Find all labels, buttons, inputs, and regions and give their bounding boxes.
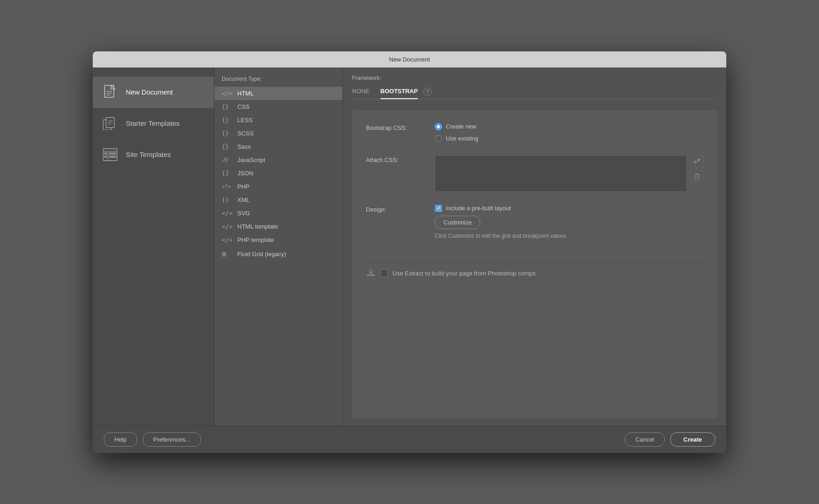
framework-tabs: NONE BOOTSTRAP ? bbox=[352, 85, 717, 99]
doctype-label-html-template: HTML template bbox=[237, 223, 278, 230]
doctype-item-css[interactable]: {} CSS bbox=[214, 100, 342, 113]
radio-create-new[interactable]: Create new bbox=[435, 123, 703, 130]
dialog-title: New Document bbox=[389, 56, 430, 63]
bootstrap-css-options: Create new Use existing bbox=[435, 123, 703, 142]
sidebar-label-starter-templates: Starter Templates bbox=[126, 119, 180, 127]
attach-css-link-button[interactable] bbox=[690, 155, 703, 168]
svg-icon: </> bbox=[222, 210, 233, 217]
content-panel: Framework: NONE BOOTSTRAP ? Bootstrap CS… bbox=[343, 67, 726, 426]
footer-left: Help Preferences... bbox=[104, 432, 201, 447]
radio-use-existing-label: Use existing bbox=[446, 135, 478, 142]
php-icon: <?> bbox=[222, 184, 233, 190]
design-row: Design: Include a pre-built layout Custo… bbox=[366, 205, 703, 239]
customize-button[interactable]: Customize bbox=[435, 216, 480, 229]
tab-bootstrap[interactable]: BOOTSTRAP bbox=[381, 85, 418, 99]
doctype-label-php: PHP bbox=[237, 183, 250, 190]
bootstrap-css-label: Bootstrap CSS: bbox=[366, 123, 426, 131]
php-template-icon: </> bbox=[222, 236, 233, 243]
new-document-icon bbox=[102, 84, 118, 101]
doctype-item-less[interactable]: {} LESS bbox=[214, 113, 342, 127]
fluid-grid-icon: ⊞ bbox=[222, 250, 233, 258]
doctype-item-php-template[interactable]: </> PHP template bbox=[214, 233, 342, 246]
radio-use-existing[interactable]: Use existing bbox=[435, 135, 703, 142]
site-templates-icon bbox=[102, 146, 118, 163]
extract-icon bbox=[366, 267, 376, 280]
svg-rect-14 bbox=[104, 156, 107, 158]
svg-rect-23 bbox=[367, 274, 375, 276]
javascript-icon: JS bbox=[222, 157, 233, 163]
sidebar-item-starter-templates[interactable]: Starter Templates bbox=[93, 108, 214, 139]
doctype-label-css: CSS bbox=[237, 103, 250, 110]
dialog-body: New Document Starter Templates bbox=[93, 67, 726, 426]
design-label: Design: bbox=[366, 205, 426, 213]
sidebar: New Document Starter Templates bbox=[93, 67, 214, 426]
extract-row: Use Extract to build your page from Phot… bbox=[366, 258, 703, 280]
bootstrap-css-row: Bootstrap CSS: Create new Use existing bbox=[366, 123, 703, 142]
doctype-label-javascript: JavaScript bbox=[237, 157, 265, 163]
sidebar-label-site-templates: Site Templates bbox=[126, 151, 171, 158]
doctype-item-xml[interactable]: [] XML bbox=[214, 193, 342, 207]
content-area: Bootstrap CSS: Create new Use existing bbox=[352, 110, 717, 418]
scss-icon: {} bbox=[222, 130, 233, 137]
include-layout-checkmark bbox=[435, 205, 442, 212]
attach-css-row: Attach CSS: bbox=[366, 155, 703, 192]
doctype-item-javascript[interactable]: JS JavaScript bbox=[214, 153, 342, 167]
doctype-label-svg: SVG bbox=[237, 210, 250, 217]
radio-use-existing-circle bbox=[435, 135, 442, 142]
preferences-button[interactable]: Preferences... bbox=[143, 432, 201, 447]
help-button[interactable]: Help bbox=[104, 432, 137, 447]
doctype-panel: Document Type: </> HTML {} CSS {} LESS {… bbox=[214, 67, 343, 426]
xml-icon: [] bbox=[222, 196, 233, 203]
customize-hint: Click Customize to edit the grid and bre… bbox=[435, 233, 703, 239]
doctype-item-json[interactable]: [] JSON bbox=[214, 167, 342, 180]
json-icon: [] bbox=[222, 170, 233, 177]
svg-rect-12 bbox=[104, 152, 107, 155]
extract-label: Use Extract to build your page from Phot… bbox=[393, 270, 535, 277]
doctype-item-scss[interactable]: {} SCSS bbox=[214, 127, 342, 140]
create-button[interactable]: Create bbox=[670, 432, 715, 447]
cancel-button[interactable]: Cancel bbox=[625, 432, 664, 447]
attach-css-buttons bbox=[690, 155, 703, 183]
doctype-item-svg[interactable]: </> SVG bbox=[214, 207, 342, 220]
footer-right: Cancel Create bbox=[625, 432, 715, 447]
doctype-item-sass[interactable]: {} Sass bbox=[214, 140, 342, 153]
tab-none[interactable]: NONE bbox=[352, 85, 370, 99]
doctype-label-less: LESS bbox=[237, 117, 252, 123]
doctype-item-fluid-grid[interactable]: ⊞ Fluid Grid (legacy) bbox=[214, 246, 342, 262]
new-document-dialog: New Document New Document bbox=[93, 51, 726, 453]
html-icon: </> bbox=[222, 90, 233, 97]
dialog-footer: Help Preferences... Cancel Create bbox=[93, 426, 726, 453]
doctype-item-html-template[interactable]: </> HTML template bbox=[214, 220, 342, 233]
include-layout-label: Include a pre-built layout bbox=[446, 205, 511, 212]
radio-create-new-circle bbox=[435, 123, 442, 130]
css-icon: {} bbox=[222, 103, 233, 110]
doctype-header: Document Type: bbox=[214, 72, 342, 87]
radio-create-new-label: Create new bbox=[446, 123, 476, 130]
extract-checkbox[interactable] bbox=[381, 269, 388, 277]
sidebar-item-new-document[interactable]: New Document bbox=[93, 77, 214, 108]
doctype-label-php-template: PHP template bbox=[237, 236, 274, 243]
attach-css-label: Attach CSS: bbox=[366, 155, 426, 163]
titlebar: New Document bbox=[93, 51, 726, 67]
doctype-label-scss: SCSS bbox=[237, 130, 253, 137]
framework-help-icon[interactable]: ? bbox=[423, 88, 432, 96]
design-options: Include a pre-built layout Customize Cli… bbox=[435, 205, 703, 239]
starter-templates-icon bbox=[102, 115, 118, 132]
doctype-label-html: HTML bbox=[237, 90, 253, 97]
svg-rect-13 bbox=[109, 152, 116, 155]
include-layout-checkbox[interactable]: Include a pre-built layout bbox=[435, 205, 703, 212]
sidebar-label-new-document: New Document bbox=[126, 88, 173, 96]
doctype-item-html[interactable]: </> HTML bbox=[214, 87, 342, 100]
sass-icon: {} bbox=[222, 143, 233, 150]
attach-css-textarea[interactable] bbox=[435, 155, 687, 192]
attach-css-delete-button[interactable] bbox=[690, 170, 703, 183]
less-icon: {} bbox=[222, 117, 233, 123]
sidebar-item-site-templates[interactable]: Site Templates bbox=[93, 139, 214, 170]
svg-rect-16 bbox=[695, 174, 699, 179]
doctype-label-fluid-grid: Fluid Grid (legacy) bbox=[237, 251, 286, 258]
doctype-item-php[interactable]: <?> PHP bbox=[214, 180, 342, 193]
doctype-label-sass: Sass bbox=[237, 143, 251, 150]
doctype-label-xml: XML bbox=[237, 196, 250, 203]
framework-label: Framework: bbox=[352, 75, 717, 81]
doctype-label-json: JSON bbox=[237, 170, 253, 177]
